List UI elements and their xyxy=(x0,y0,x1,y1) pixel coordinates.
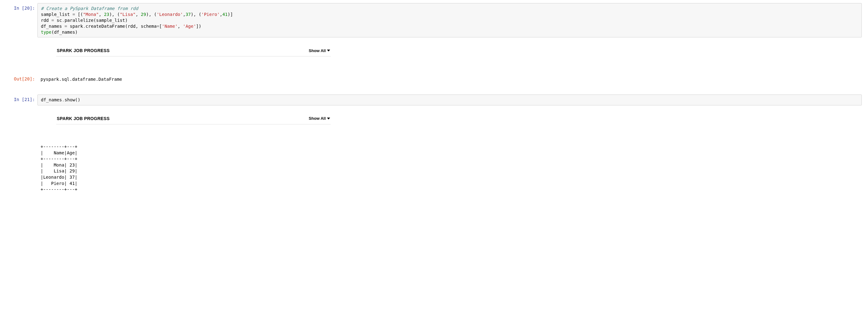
spark-progress-label: SPARK JOB PROGRESS xyxy=(57,116,110,121)
show-all-button[interactable]: Show All xyxy=(309,116,330,121)
cell-input-21: In [21]: df_names.show() xyxy=(6,94,862,105)
cell-progress-20: SPARK JOB PROGRESS Show All xyxy=(6,39,862,64)
spark-progress-21: SPARK JOB PROGRESS Show All xyxy=(56,114,331,124)
code-block-21: df_names.show() xyxy=(41,97,858,103)
prompt-in-20: In [20]: xyxy=(6,3,37,37)
cell-output-21: +--------+---+ | Name|Age| +--------+---… xyxy=(6,142,862,195)
show-all-button[interactable]: Show All xyxy=(309,48,330,53)
show-all-text: Show All xyxy=(309,116,326,121)
cell-progress-21: SPARK JOB PROGRESS Show All xyxy=(6,107,862,132)
output-area-20a: SPARK JOB PROGRESS Show All xyxy=(37,39,862,64)
chevron-down-icon xyxy=(327,118,330,119)
spark-progress-row: SPARK JOB PROGRESS Show All xyxy=(56,46,331,57)
code-input-area-21[interactable]: df_names.show() xyxy=(37,94,862,105)
code-comment: # Create a PySpark Dataframe from rdd xyxy=(41,6,138,11)
output-area-21a: SPARK JOB PROGRESS Show All xyxy=(37,107,862,132)
code-block-20: # Create a PySpark Dataframe from rdd sa… xyxy=(41,6,858,35)
chevron-down-icon xyxy=(327,50,330,52)
cell-output-20: Out[20]: pyspark.sql.dataframe.DataFrame xyxy=(6,74,862,85)
code-input-area-20[interactable]: # Create a PySpark Dataframe from rdd sa… xyxy=(37,3,862,37)
output-text-20: pyspark.sql.dataframe.DataFrame xyxy=(37,76,862,83)
spark-progress-row: SPARK JOB PROGRESS Show All xyxy=(56,114,331,124)
prompt-in-21: In [21]: xyxy=(6,94,37,105)
output-area-21b: +--------+---+ | Name|Age| +--------+---… xyxy=(37,142,862,195)
prompt-out-20: Out[20]: xyxy=(6,74,37,85)
prompt-blank xyxy=(6,107,37,132)
output-text-21: +--------+---+ | Name|Age| +--------+---… xyxy=(37,144,862,193)
show-all-text: Show All xyxy=(309,48,326,53)
spark-progress-20: SPARK JOB PROGRESS Show All xyxy=(56,46,331,57)
cell-input-20: In [20]: # Create a PySpark Dataframe fr… xyxy=(6,3,862,37)
prompt-blank xyxy=(6,142,37,195)
output-area-20b: pyspark.sql.dataframe.DataFrame xyxy=(37,74,862,85)
prompt-blank xyxy=(6,39,37,64)
spark-progress-label: SPARK JOB PROGRESS xyxy=(57,48,110,53)
